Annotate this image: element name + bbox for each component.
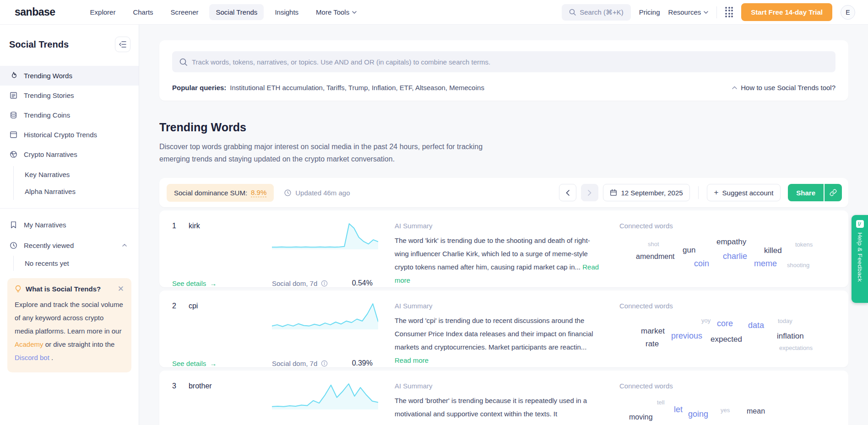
sidebar: Social Trends Trending Words Trending St… (0, 25, 139, 425)
see-details-link[interactable]: See details → (172, 280, 259, 287)
help-feedback-label: Help & Feedback (857, 232, 863, 282)
chevron-down-icon (704, 11, 708, 14)
info-icon[interactable] (321, 280, 328, 287)
sidebar-item-label: Trending Stories (24, 91, 74, 99)
arrow-right-icon: → (210, 280, 217, 287)
nav-insights[interactable]: Insights (268, 4, 305, 20)
search-card: Popular queries: Institutional ETH accum… (159, 40, 848, 101)
sidebar-collapse-button[interactable] (115, 37, 130, 52)
connected-word[interactable]: core (717, 319, 733, 328)
sparkline-chart (272, 383, 382, 409)
nav-social-trends[interactable]: Social Trends (209, 4, 264, 20)
trend-row: 2 cpi See details → Social dom, 7d 0.39%… (159, 291, 848, 367)
connected-word[interactable]: market (641, 327, 665, 336)
sidebar-item-label: My Narratives (24, 221, 66, 229)
arrow-right-icon: → (210, 360, 217, 367)
sidebar-item-trending-words[interactable]: Trending Words (0, 66, 139, 86)
coins-icon (9, 111, 18, 119)
connected-word[interactable]: mean (747, 407, 765, 415)
see-details-link[interactable]: See details → (172, 360, 259, 367)
connected-word[interactable]: expectations (779, 344, 813, 351)
trend-word[interactable]: cpi (189, 302, 198, 310)
search-icon (569, 9, 576, 16)
connected-word[interactable]: amendment (636, 253, 675, 261)
info-card-body: Explore and track the social volume of a… (15, 298, 124, 365)
connected-word[interactable]: going (688, 409, 708, 419)
info-icon[interactable] (321, 360, 328, 367)
read-more-link[interactable]: Read more (395, 356, 429, 364)
summary-text: The word 'kirk' is trending due to the s… (395, 237, 590, 271)
suggest-account-label: Suggest account (722, 189, 774, 197)
sidebar-item-trending-stories[interactable]: Trending Stories (0, 86, 139, 105)
prev-day-button[interactable] (559, 184, 576, 201)
divider (698, 186, 699, 199)
connected-word[interactable]: rate (646, 339, 659, 349)
connected-word[interactable]: let (674, 405, 683, 414)
sidebar-item-alpha-narratives[interactable]: Alpha Narratives (14, 183, 139, 200)
trend-row: 3 brother See details → Social dom, 7d A… (159, 371, 848, 425)
social-dominance-pill: Social dominance SUM: 8.9% (167, 184, 274, 202)
flame-icon (9, 71, 18, 80)
nav-more-tools[interactable]: More Tools (309, 4, 363, 20)
dominance-value[interactable]: 8.9% (251, 188, 266, 197)
suggest-account-button[interactable]: + Suggest account (707, 184, 781, 201)
start-trial-button[interactable]: Start Free 14-day Trial (741, 3, 832, 21)
connected-word[interactable]: gun (683, 246, 695, 255)
nav-explorer[interactable]: Explorer (84, 4, 122, 20)
discord-bot-link[interactable]: Discord bot (15, 354, 49, 361)
popular-queries-list[interactable]: Institutional ETH accumulation, Tariffs,… (230, 84, 484, 91)
date-picker-button[interactable]: 12 September, 2025 (603, 184, 690, 201)
connected-word[interactable]: expected (711, 335, 742, 344)
connected-word[interactable]: tell (657, 399, 665, 406)
connected-word[interactable]: empathy (716, 237, 746, 247)
apps-grid-icon[interactable] (725, 7, 733, 18)
sidebar-item-trending-coins[interactable]: Trending Coins (0, 105, 139, 125)
trend-word[interactable]: kirk (189, 222, 200, 230)
ai-summary-label: AI Summary (395, 222, 607, 230)
connected-word[interactable]: inflation (777, 332, 804, 341)
sidebar-item-label: Trending Words (24, 72, 72, 80)
academy-link[interactable]: Academy (15, 340, 43, 348)
connected-word[interactable]: tokens (795, 241, 813, 248)
nav-resources[interactable]: Resources (668, 8, 709, 16)
trend-word[interactable]: brother (189, 382, 212, 390)
sidebar-item-recently-viewed[interactable]: Recently viewed (0, 235, 139, 256)
sidebar-title: Social Trends (9, 39, 69, 50)
connected-word[interactable]: moving (629, 413, 653, 421)
user-avatar[interactable]: E (841, 5, 855, 20)
connected-word[interactable]: data (748, 321, 764, 330)
sidebar-item-historical-crypto-trends[interactable]: Historical Crypto Trends (0, 125, 139, 145)
connected-word[interactable]: today (778, 317, 792, 324)
sidebar-item-my-narratives[interactable]: My Narratives (0, 215, 139, 235)
help-feedback-tab[interactable]: Help & Feedback (852, 215, 868, 303)
connected-word[interactable]: charlie (723, 252, 747, 261)
nav-pricing[interactable]: Pricing (639, 8, 660, 16)
collapse-recents-button[interactable] (119, 240, 130, 250)
global-search-button[interactable]: Search (⌘+K) (562, 4, 630, 21)
sidebar-item-key-narratives[interactable]: Key Narratives (14, 166, 139, 183)
howto-link[interactable]: How to use Social Trends tool? (732, 84, 835, 91)
trends-search-input[interactable] (192, 58, 828, 66)
close-icon[interactable]: ✕ (118, 285, 124, 293)
sidebar-item-label: Trending Coins (24, 111, 70, 119)
connected-words-cloud: yoycoredatatodaymarketpreviousexpectedin… (619, 312, 835, 354)
connected-word[interactable]: shot (648, 241, 659, 247)
trends-search-box[interactable] (172, 51, 835, 72)
connected-word[interactable]: shooting (787, 262, 809, 269)
next-day-button[interactable] (581, 184, 598, 201)
copy-link-button[interactable] (825, 184, 842, 201)
connected-word[interactable]: yes (721, 407, 730, 414)
nav-screener[interactable]: Screener (164, 4, 205, 20)
nav-charts[interactable]: Charts (126, 4, 159, 20)
sanbase-logo[interactable]: sanbase (15, 6, 55, 18)
sidebar-item-crypto-narratives[interactable]: Crypto Narratives (0, 145, 139, 164)
connected-word[interactable]: meme (754, 259, 777, 269)
sidebar-item-label: Crypto Narratives (24, 151, 77, 158)
connected-word[interactable]: yoy (701, 317, 711, 324)
lightbulb-icon (15, 285, 22, 293)
connected-word[interactable]: coin (694, 259, 709, 269)
share-button[interactable]: Share (788, 184, 824, 201)
top-navbar: sanbase Explorer Charts Screener Social … (0, 0, 868, 25)
connected-word[interactable]: killed (764, 246, 782, 255)
connected-word[interactable]: previous (671, 331, 702, 341)
